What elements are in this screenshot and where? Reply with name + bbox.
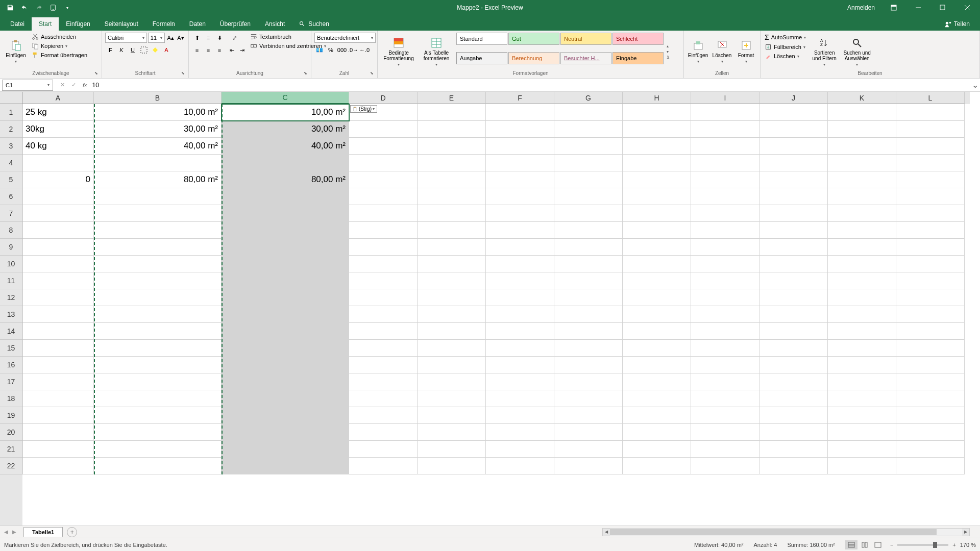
- cell-I5[interactable]: [691, 171, 760, 188]
- cell-D14[interactable]: [349, 323, 418, 340]
- cell-K6[interactable]: [828, 188, 896, 205]
- cell-F17[interactable]: [486, 373, 554, 390]
- cell-K3[interactable]: [828, 138, 896, 155]
- row-header-20[interactable]: 20: [0, 424, 22, 441]
- cell-J1[interactable]: [760, 104, 828, 121]
- row-header-22[interactable]: 22: [0, 458, 22, 474]
- cell-B19[interactable]: [94, 407, 222, 424]
- cell-D3[interactable]: [349, 138, 418, 155]
- cell-B22[interactable]: [94, 458, 222, 474]
- cell-A8[interactable]: [22, 222, 94, 239]
- cut-button[interactable]: Ausschneiden: [31, 33, 88, 41]
- cell-H12[interactable]: [623, 289, 691, 306]
- cell-H19[interactable]: [623, 407, 691, 424]
- tab-uberprufen[interactable]: Überprüfen: [213, 17, 258, 31]
- row-header-8[interactable]: 8: [0, 222, 22, 239]
- cell-D2[interactable]: [349, 121, 418, 138]
- cell-K2[interactable]: [828, 121, 896, 138]
- close-button[interactable]: [955, 0, 979, 15]
- cell-A19[interactable]: [22, 407, 94, 424]
- cell-B1[interactable]: 10,00 m²: [94, 104, 222, 121]
- cell-I14[interactable]: [691, 323, 760, 340]
- accounting-format[interactable]: 💶: [314, 45, 325, 55]
- column-header-D[interactable]: D: [349, 92, 418, 104]
- delete-cells-button[interactable]: Löschen▾: [711, 33, 733, 70]
- row-header-18[interactable]: 18: [0, 390, 22, 407]
- cell-K10[interactable]: [828, 256, 896, 272]
- cell-F19[interactable]: [486, 407, 554, 424]
- cell-L4[interactable]: [896, 155, 965, 171]
- cell-I4[interactable]: [691, 155, 760, 171]
- cell-I10[interactable]: [691, 256, 760, 272]
- row-header-6[interactable]: 6: [0, 188, 22, 205]
- styles-up[interactable]: ▴: [667, 44, 670, 48]
- cell-E6[interactable]: [418, 188, 486, 205]
- cell-styles-gallery[interactable]: Standard Gut Neutral Schlecht Ausgabe Be…: [456, 33, 664, 70]
- row-header-17[interactable]: 17: [0, 373, 22, 390]
- cell-L15[interactable]: [896, 340, 965, 357]
- zoom-out[interactable]: −: [890, 542, 893, 548]
- cell-L11[interactable]: [896, 272, 965, 289]
- cell-A13[interactable]: [22, 306, 94, 323]
- sign-in-link[interactable]: Anmelden: [841, 4, 881, 11]
- cell-G11[interactable]: [554, 272, 623, 289]
- name-box[interactable]: C1▾: [2, 80, 53, 91]
- cell-B6[interactable]: [94, 188, 222, 205]
- fx-icon[interactable]: fx: [83, 82, 87, 88]
- undo-button[interactable]: [18, 2, 31, 14]
- cell-F1[interactable]: [486, 104, 554, 121]
- cell-B5[interactable]: 80,00 m²: [94, 171, 222, 188]
- cell-I8[interactable]: [691, 222, 760, 239]
- copy-button[interactable]: Kopieren▾: [31, 42, 88, 50]
- tab-suchen[interactable]: Suchen: [292, 17, 336, 31]
- style-ausgabe[interactable]: Ausgabe: [456, 52, 507, 64]
- cell-J10[interactable]: [760, 256, 828, 272]
- row-header-10[interactable]: 10: [0, 256, 22, 272]
- cell-F12[interactable]: [486, 289, 554, 306]
- column-header-L[interactable]: L: [896, 92, 965, 104]
- tab-ansicht[interactable]: Ansicht: [258, 17, 292, 31]
- underline-button[interactable]: U: [128, 45, 138, 55]
- cell-K20[interactable]: [828, 424, 896, 441]
- cell-B9[interactable]: [94, 239, 222, 256]
- column-header-I[interactable]: I: [691, 92, 760, 104]
- cell-B11[interactable]: [94, 272, 222, 289]
- cell-J16[interactable]: [760, 357, 828, 373]
- conditional-formatting-button[interactable]: Bedingte Formatierung▾: [381, 33, 416, 70]
- autosum-button[interactable]: ΣAutoSumme▾: [764, 33, 807, 42]
- cell-H22[interactable]: [623, 458, 691, 474]
- cell-H17[interactable]: [623, 373, 691, 390]
- cell-L19[interactable]: [896, 407, 965, 424]
- cell-D10[interactable]: [349, 256, 418, 272]
- row-header-7[interactable]: 7: [0, 205, 22, 222]
- cell-K21[interactable]: [828, 441, 896, 458]
- cell-L5[interactable]: [896, 171, 965, 188]
- cell-L6[interactable]: [896, 188, 965, 205]
- cell-E22[interactable]: [418, 458, 486, 474]
- align-bottom[interactable]: ⬇: [214, 33, 225, 43]
- increase-font-button[interactable]: A▴: [166, 33, 175, 43]
- cell-C12[interactable]: [222, 289, 349, 306]
- scroll-right[interactable]: ▶: [962, 529, 969, 536]
- bold-button[interactable]: F: [105, 45, 115, 55]
- decrease-font-button[interactable]: A▾: [176, 33, 185, 43]
- font-size-select[interactable]: 11▾: [148, 33, 165, 43]
- cell-K9[interactable]: [828, 239, 896, 256]
- cell-K17[interactable]: [828, 373, 896, 390]
- cell-C18[interactable]: [222, 390, 349, 407]
- cell-L12[interactable]: [896, 289, 965, 306]
- cell-D5[interactable]: [349, 171, 418, 188]
- column-header-K[interactable]: K: [828, 92, 896, 104]
- cell-C19[interactable]: [222, 407, 349, 424]
- cell-H21[interactable]: [623, 441, 691, 458]
- cell-C21[interactable]: [222, 441, 349, 458]
- cell-L17[interactable]: [896, 373, 965, 390]
- row-header-11[interactable]: 11: [0, 272, 22, 289]
- cell-B7[interactable]: [94, 205, 222, 222]
- cell-H6[interactable]: [623, 188, 691, 205]
- row-header-9[interactable]: 9: [0, 239, 22, 256]
- cell-A14[interactable]: [22, 323, 94, 340]
- style-besuchter[interactable]: Besuchter H...: [560, 52, 611, 64]
- cell-G9[interactable]: [554, 239, 623, 256]
- cell-A12[interactable]: [22, 289, 94, 306]
